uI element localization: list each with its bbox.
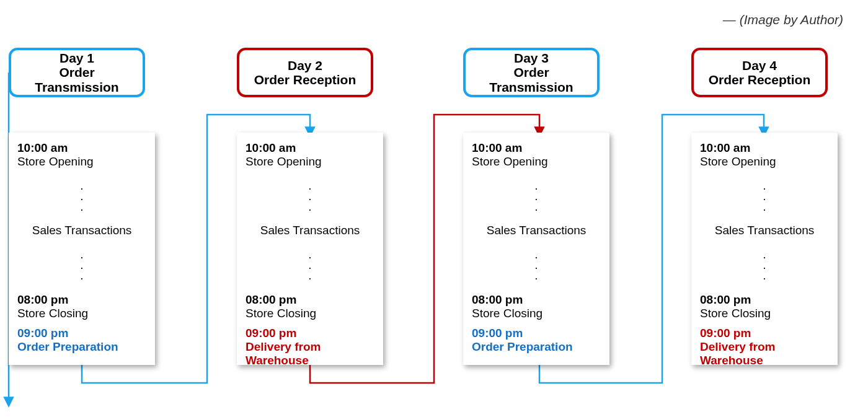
close-label: Store Closing [246, 307, 374, 320]
dots: ... [17, 180, 146, 212]
day-header-line1: Day 3 [514, 51, 549, 65]
event-time: 09:00 pm [246, 327, 374, 340]
mid-label: Sales Transactions [246, 224, 374, 237]
open-label: Store Opening [700, 155, 829, 169]
close-label: Store Closing [17, 307, 146, 320]
day-header-3: Day 3 Order Transmission [463, 48, 600, 97]
close-label: Store Closing [472, 307, 601, 320]
dots: ... [700, 180, 829, 212]
close-time: 08:00 pm [17, 293, 146, 307]
dots: ... [246, 180, 374, 212]
day-header-2: Day 2 Order Reception [237, 48, 373, 97]
dots: ... [472, 249, 601, 281]
mid-label: Sales Transactions [17, 224, 146, 237]
day-card-1: 10:00 am Store Opening ... Sales Transac… [9, 133, 155, 365]
open-time: 10:00 am [472, 141, 601, 155]
event-label: Order Preparation [17, 340, 146, 354]
day-header-1: Day 1 Order Transmission [9, 48, 145, 97]
close-time: 08:00 pm [246, 293, 374, 307]
dots: ... [700, 249, 829, 281]
open-label: Store Opening [472, 155, 601, 169]
open-label: Store Opening [17, 155, 146, 169]
day-card-2: 10:00 am Store Opening ... Sales Transac… [237, 133, 383, 365]
day-header-line1: Day 4 [742, 58, 777, 72]
event-time: 09:00 pm [472, 327, 601, 340]
day-header-line2: Order Transmission [16, 65, 138, 94]
open-time: 10:00 am [17, 141, 146, 155]
open-time: 10:00 am [246, 141, 374, 155]
day-header-4: Day 4 Order Reception [691, 48, 828, 97]
day-card-3: 10:00 am Store Opening ... Sales Transac… [463, 133, 609, 365]
close-time: 08:00 pm [700, 293, 829, 307]
day-header-line2: Order Reception [709, 72, 811, 87]
mid-label: Sales Transactions [700, 224, 829, 237]
day-header-line1: Day 1 [60, 51, 94, 65]
open-time: 10:00 am [700, 141, 829, 155]
day-card-4: 10:00 am Store Opening ... Sales Transac… [691, 133, 838, 365]
event-label: Delivery from Warehouse [246, 340, 374, 367]
mid-label: Sales Transactions [472, 224, 601, 237]
dots: ... [472, 180, 601, 212]
close-label: Store Closing [700, 307, 829, 320]
image-caption: — (Image by Author) [723, 12, 843, 27]
dots: ... [246, 249, 374, 281]
close-time: 08:00 pm [472, 293, 601, 307]
event-time: 09:00 pm [17, 327, 146, 340]
day-header-line1: Day 2 [288, 58, 322, 72]
day-header-line2: Order Transmission [471, 65, 592, 94]
event-time: 09:00 pm [700, 327, 829, 340]
event-label: Order Preparation [472, 340, 601, 354]
event-label: Delivery from Warehouse [700, 340, 829, 367]
dots: ... [17, 249, 146, 281]
day-header-line2: Order Reception [254, 72, 356, 87]
open-label: Store Opening [246, 155, 374, 169]
